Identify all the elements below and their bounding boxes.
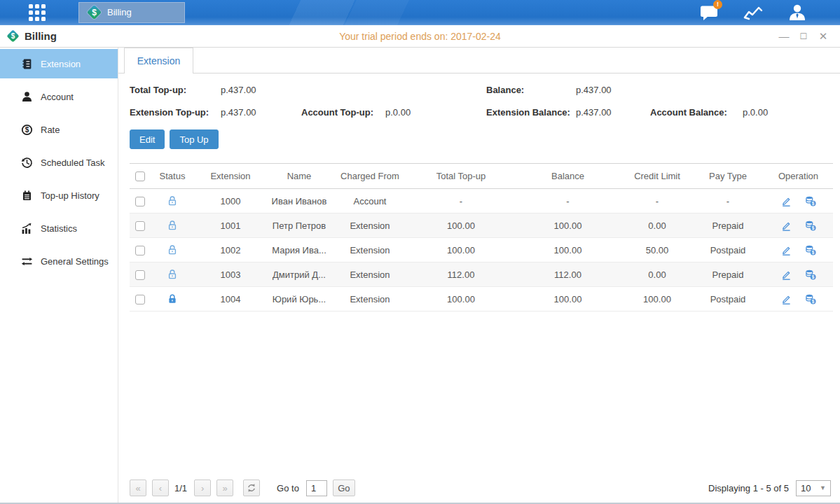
displaying-info: Displaying 1 - 5 of 5 [708,483,789,493]
top-up-button[interactable]: Top Up [170,130,218,149]
balance-value: p.437.00 [576,85,650,95]
cell-extension: 1002 [194,238,267,262]
bar-chart-icon [21,223,33,234]
topup-row-icon[interactable] [805,293,816,304]
edit-row-icon[interactable] [780,269,792,280]
summary-row-2: Extension Top-up: p.437.00 Account Top-u… [130,107,831,118]
cell-balance: 100.00 [514,287,622,312]
edit-button[interactable]: Edit [130,130,165,149]
select-all-checkbox[interactable] [135,172,145,181]
locked-status-icon [167,293,178,304]
cell-total-topup: 100.00 [408,214,514,238]
cell-balance: 100.00 [514,238,622,262]
sidebar-item-account[interactable]: Account [0,80,118,113]
row-checkbox[interactable] [135,221,145,231]
svg-text:$: $ [25,126,29,134]
table-row: 1002 Мария Ива... Extension 100.00 100.0… [130,238,833,262]
topbar-actions: ! [698,4,808,22]
cell-extension: 1000 [194,189,267,214]
maximize-icon[interactable]: ☐ [798,32,809,41]
next-page-button[interactable]: › [194,479,211,496]
billing-window-icon: $ [7,30,19,42]
last-page-button[interactable]: » [216,479,233,496]
sidebar-item-scheduled-task[interactable]: Scheduled Task [0,146,118,179]
notebook-icon [21,58,33,70]
edit-row-icon[interactable] [780,293,792,304]
table-row: 1001 Петр Петров Extension 100.00 100.00… [130,214,833,238]
row-checkbox[interactable] [135,197,145,206]
monitor-chart-icon[interactable] [743,4,764,22]
main-panel: Extension Total Top-up: p.437.00 Balance… [118,48,840,503]
cell-name: Иван Иванов [267,189,331,214]
sidebar-item-label: Scheduled Task [41,158,105,168]
sidebar-item-label: Rate [41,125,60,135]
pagination-bar: « ‹ 1/1 › » Go to Go [130,479,831,497]
edit-row-icon[interactable] [780,195,792,206]
account-topup-label: Account Top-up: [301,107,385,118]
edit-row-icon[interactable] [780,244,792,255]
cell-charged-from: Extension [331,262,408,287]
cell-charged-from: Extension [331,238,408,262]
action-buttons: Edit Top Up [130,130,831,149]
col-name: Name [267,164,331,189]
unlocked-status-icon [167,220,178,231]
title-bar: $ Billing Your trial period ends on: 201… [0,25,840,48]
col-status: Status [151,164,194,189]
messages-icon[interactable]: ! [698,4,719,22]
chevron-down-icon: ▼ [820,484,826,491]
topbar-billing-tab[interactable]: $ Billing [78,2,185,23]
extension-table: Status Extension Name Charged From Total… [130,163,833,312]
sidebar-item-label: Extension [41,59,81,69]
table-row: 1004 Юрий Юрь... Extension 100.00 100.00… [130,287,833,312]
refresh-icon [247,483,256,493]
sidebar-item-general-settings[interactable]: General Settings [0,245,118,278]
sidebar-item-topup-history[interactable]: Top-up History [0,179,118,212]
cell-charged-from: Account [331,189,408,214]
cell-name: Мария Ива... [267,238,331,262]
tab-strip: Extension [118,48,840,74]
balance-label: Balance: [486,85,576,95]
window-title: Billing [25,30,57,42]
col-credit-limit: Credit Limit [622,164,692,189]
cell-pay-type: Prepaid [692,262,764,287]
extension-balance-value: p.437.00 [576,107,650,118]
top-bar: $ Billing ! [0,0,840,25]
tab-extension[interactable]: Extension [124,48,193,74]
topup-row-icon[interactable] [805,220,816,231]
prev-page-button[interactable]: ‹ [152,479,169,496]
cell-pay-type: - [692,189,764,214]
topup-row-icon[interactable] [805,244,816,255]
close-icon[interactable]: ✕ [818,31,829,41]
topup-row-icon[interactable] [805,195,816,206]
cell-name: Дмитрий Д... [267,262,331,287]
arrows-swap-icon [21,255,33,267]
first-page-button[interactable]: « [130,479,146,496]
cell-total-topup: - [408,189,514,214]
cell-name: Петр Петров [267,214,331,238]
minimize-icon[interactable]: — [778,31,790,41]
account-topup-value: p.0.00 [385,107,486,118]
edit-row-icon[interactable] [780,220,792,231]
person-icon [21,91,33,103]
refresh-button[interactable] [243,479,260,496]
go-button[interactable]: Go [333,479,355,496]
cell-extension: 1004 [194,287,267,312]
user-account-icon[interactable] [787,4,808,22]
topup-row-icon[interactable] [805,269,816,280]
row-checkbox[interactable] [135,246,145,255]
sidebar-item-rate[interactable]: $ Rate [0,113,118,146]
page-size-select[interactable]: 10 ▼ [796,480,831,496]
cell-pay-type: Prepaid [692,214,764,238]
sidebar-item-extension[interactable]: Extension [0,49,118,78]
goto-page-input[interactable] [306,480,327,496]
sidebar-item-statistics[interactable]: Statistics [0,212,118,245]
sidebar: Extension Account $ Rate [0,48,118,503]
cell-balance: - [514,189,622,214]
billing-window: $ Billing ! [0,0,840,504]
row-checkbox[interactable] [135,270,145,280]
cell-credit-limit: 0.00 [622,214,692,238]
row-checkbox[interactable] [135,295,145,304]
cell-name: Юрий Юрь... [267,287,331,312]
app-grid-icon[interactable] [27,2,48,23]
total-topup-label: Total Top-up: [130,85,221,95]
